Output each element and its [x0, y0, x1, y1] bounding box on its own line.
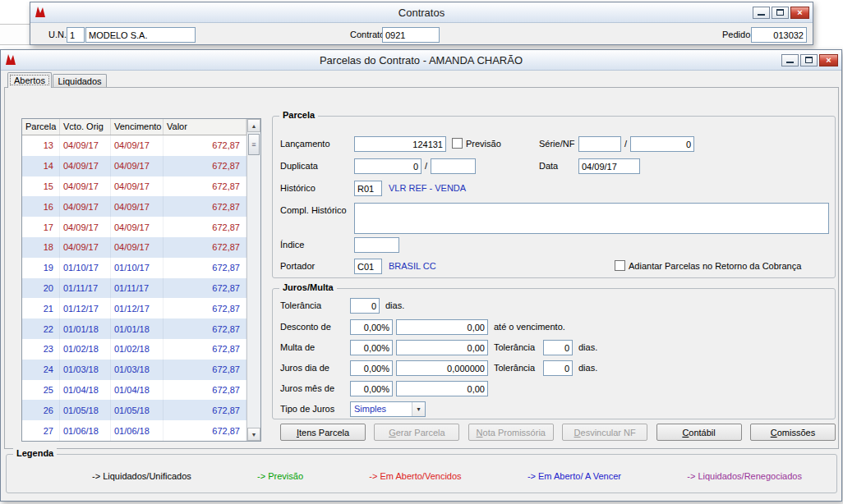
cell-parcela: 14 [22, 156, 60, 176]
duplicata-input-1[interactable]: 0 [354, 158, 422, 174]
column-header-valor: Valor [164, 119, 246, 135]
cell-parcela: 24 [22, 360, 60, 380]
multa-tolerancia-input[interactable]: 0 [543, 340, 573, 355]
juros-mes-pct-input[interactable]: 0,00% [350, 381, 393, 396]
parcelas-window-title: Parcelas do Contrato - AMANDA CHARÃO [1, 54, 841, 66]
table-row[interactable]: 2001/11/1701/11/17672,87 [22, 278, 246, 299]
un-input[interactable]: 1 [67, 27, 85, 43]
table-row[interactable]: 1704/09/1704/09/17672,87 [22, 217, 246, 237]
tipo-juros-label: Tipo de Juros [280, 404, 334, 415]
table-row[interactable]: 2601/05/1801/05/18672,87 [22, 400, 246, 420]
cell-parcela: 23 [22, 339, 60, 360]
cell-valor: 672,87 [164, 258, 246, 278]
serie-nf-input-1[interactable] [578, 136, 621, 152]
duplicata-slash: / [425, 161, 427, 172]
table-row[interactable]: 1404/09/1704/09/17672,87 [22, 156, 246, 176]
app-icon [4, 53, 17, 66]
tolerancia-input[interactable]: 0 [350, 298, 380, 314]
compl-historico-input[interactable] [354, 203, 829, 234]
juros-mes-value-input[interactable]: 0,00 [396, 381, 488, 396]
close-button[interactable]: × [790, 7, 809, 19]
scrollbar-track[interactable] [247, 155, 260, 428]
table-row[interactable]: 2401/03/1801/03/18672,87 [22, 360, 246, 380]
cell-valor: 672,87 [164, 400, 246, 420]
minimize-button[interactable] [753, 7, 770, 19]
adiantar-checkbox[interactable] [615, 260, 625, 271]
pedido-input[interactable]: 013032 [751, 27, 807, 43]
portador-code-input[interactable]: C01 [354, 259, 382, 274]
historico-code-input[interactable]: R01 [354, 181, 382, 196]
cell-venc: 04/09/17 [111, 176, 164, 197]
down-arrow-icon: ▼ [251, 432, 257, 438]
serie-nf-label: Série/NF [539, 139, 574, 149]
scrollbar-down-button[interactable]: ▼ [247, 428, 260, 441]
tab-liquidados[interactable]: Liquidados [53, 74, 107, 88]
cell-parcela: 17 [22, 217, 60, 237]
table-row[interactable]: 2101/12/1701/12/17672,87 [22, 298, 246, 318]
close-icon: × [826, 56, 831, 65]
table-row[interactable]: 2201/01/1801/01/18672,87 [22, 318, 246, 339]
itens-parcela-button[interactable]: Itens Parcela [280, 424, 366, 441]
close-button[interactable]: × [819, 54, 838, 66]
background-window-fragment [0, 24, 30, 45]
minimize-icon [758, 9, 765, 16]
contabil-button[interactable]: Contábil [656, 424, 742, 441]
cell-valor: 672,87 [164, 196, 246, 217]
table-row[interactable]: 1901/10/1701/10/17672,87 [22, 258, 246, 278]
cell-vcto: 01/04/18 [60, 380, 111, 401]
table-row[interactable]: 1304/09/1704/09/17672,87 [22, 135, 246, 156]
scrollbar-up-button[interactable]: ▲ [247, 119, 260, 132]
legend-title: Legenda [13, 448, 57, 458]
portador-label: Portador [280, 261, 315, 272]
tipo-juros-select[interactable]: Simples ▾ [350, 401, 426, 417]
juros-dia-pct-input[interactable]: 0,00% [350, 360, 393, 376]
table-row[interactable]: 1604/09/1704/09/17672,87 [22, 196, 246, 217]
historico-description: VLR REF - VENDA [389, 183, 466, 194]
vertical-scrollbar[interactable]: ▲ ≡ ▼ [246, 119, 260, 441]
cell-parcela: 16 [22, 196, 60, 217]
minimize-icon [786, 57, 794, 63]
contrato-input[interactable]: 0921 [382, 27, 440, 43]
cell-venc: 01/02/18 [111, 339, 164, 360]
maximize-button[interactable] [772, 7, 789, 19]
scrollbar-thumb[interactable]: ≡ [248, 134, 260, 155]
data-input[interactable]: 04/09/17 [578, 158, 640, 174]
table-row[interactable]: 2701/06/1801/06/18672,87 [22, 420, 246, 441]
maximize-button[interactable] [800, 54, 818, 66]
table-row[interactable]: 1504/09/1704/09/17672,87 [22, 176, 246, 197]
adiantar-label: Adiantar Parcelas no Retorno da Cobrança [629, 261, 801, 272]
previsao-checkbox[interactable] [452, 138, 463, 149]
tab-abertos[interactable]: Abertos [7, 72, 52, 88]
table-row[interactable]: 2501/04/1801/04/18672,87 [22, 380, 246, 401]
multa-pct-input[interactable]: 0,00% [350, 340, 393, 355]
juros-dia-value-input[interactable]: 0,000000 [396, 360, 488, 376]
contratos-titlebar[interactable]: Contratos × [30, 2, 813, 23]
cell-vcto: 04/09/17 [60, 135, 111, 156]
grid-header: ParcelaVcto. OrigVencimentoValor [22, 119, 246, 135]
minimize-button[interactable] [781, 54, 799, 66]
legend-item: -> Liquidados/Renegociados [687, 471, 802, 481]
juros-dia-label: Juros dia de [280, 363, 329, 373]
parcelas-titlebar[interactable]: Parcelas do Contrato - AMANDA CHARÃO × [1, 50, 841, 71]
company-input[interactable]: MODELO S.A. [85, 27, 196, 43]
duplicata-input-2[interactable] [431, 158, 476, 174]
table-row[interactable]: 1804/09/1704/09/17672,87 [22, 237, 246, 258]
juros-dia-dias-label: dias. [578, 363, 597, 373]
desconto-pct-input[interactable]: 0,00% [350, 319, 393, 335]
table-row[interactable]: 2301/02/1801/02/18672,87 [22, 339, 246, 360]
multa-value-input[interactable]: 0,00 [396, 340, 488, 355]
comissoes-button[interactable]: Comissões [750, 424, 836, 441]
indice-input[interactable] [354, 237, 399, 253]
cell-venc: 04/09/17 [111, 156, 164, 176]
juros-dia-tolerancia-input[interactable]: 0 [543, 360, 573, 376]
cell-venc: 04/09/17 [111, 135, 164, 156]
contratos-window: Contratos × U.N. 1 MODELO S.A. Contrato … [30, 2, 813, 45]
desconto-value-input[interactable]: 0,00 [396, 319, 488, 335]
legend-item: -> Previsão [257, 471, 303, 481]
column-header-venc: Vencimento [111, 119, 164, 135]
cell-parcela: 21 [22, 298, 60, 318]
cell-valor: 672,87 [164, 339, 246, 360]
cell-parcela: 22 [22, 318, 60, 339]
serie-nf-input-2[interactable]: 0 [630, 136, 694, 152]
lancamento-input[interactable]: 124131 [354, 136, 446, 152]
